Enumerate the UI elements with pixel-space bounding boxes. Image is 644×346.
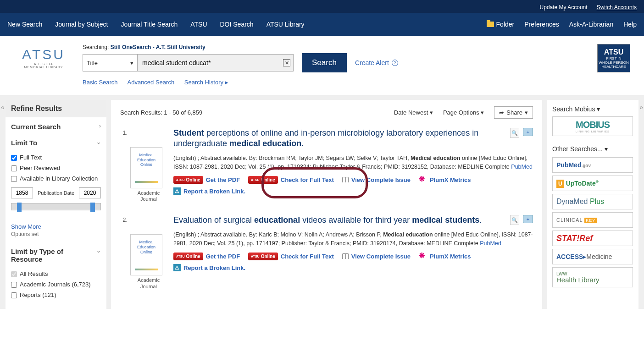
search-zone: ATSU A.T. STILL MEMORIAL LIBRARY Searchi… <box>0 36 644 95</box>
report-broken-link[interactable]: ⚠Report a Broken Link. <box>173 187 245 195</box>
basic-search-link[interactable]: Basic Search <box>83 79 118 86</box>
share-button[interactable]: ➦Share ▾ <box>494 106 533 119</box>
pub-date-slider[interactable] <box>11 203 101 210</box>
atsu-badge[interactable]: ATSU FIRST INWHOLE PERSONHEALTHCARE <box>597 44 630 72</box>
search-field-select[interactable]: Title ▾ <box>83 54 138 71</box>
result-meta: (English) ; Abstract available. By: Broc… <box>173 154 533 171</box>
help-icon[interactable]: ? <box>392 60 398 66</box>
switch-accounts-link[interactable]: Switch Accounts <box>597 4 637 11</box>
nav-new-search[interactable]: New Search <box>7 21 42 28</box>
check-full-text-link[interactable]: ATSU OnlineCheck for Full Text <box>248 176 334 184</box>
clear-search-icon[interactable]: ✕ <box>283 59 290 66</box>
nav-folder[interactable]: Folder <box>487 21 515 28</box>
search-mode-links: Basic Search Advanced Search Search Hist… <box>83 79 588 86</box>
lww-health-library-link[interactable]: LWW Health Library <box>552 267 633 287</box>
pub-date-to[interactable] <box>79 187 101 198</box>
update-account-link[interactable]: Update My Account <box>540 4 588 11</box>
preview-icon[interactable]: 🔍 <box>510 128 519 138</box>
nav-help[interactable]: Help <box>623 21 637 28</box>
nav-journal-title[interactable]: Journal Title Search <box>121 21 178 28</box>
sort-dropdown[interactable]: Date Newest ▾ <box>394 109 433 116</box>
nav-doi-search[interactable]: DOI Search <box>220 21 254 28</box>
accessmedicine-db-link[interactable]: ACCESS▸Medicine <box>552 249 633 264</box>
other-searches-header[interactable]: Other Searches... ▾ <box>552 145 633 153</box>
refine-header: Refine Results <box>6 100 106 117</box>
result-thumbnail[interactable]: Medical Education Online <box>130 234 162 275</box>
search-input-wrapper: ✕ <box>138 54 294 71</box>
add-to-folder-icon[interactable]: + <box>523 215 533 223</box>
pub-date-label: Publication Date <box>36 190 76 196</box>
searching-label: Searching: Still OneSearch - A.T. Still … <box>83 44 588 50</box>
advanced-search-link[interactable]: Advanced Search <box>128 79 175 86</box>
result-title-link[interactable]: Student perceptions of online and in-per… <box>173 128 533 149</box>
results-panel: Search Results: 1 - 50 of 6,859 Date New… <box>111 100 542 309</box>
nav-journal-subject[interactable]: Journal by Subject <box>55 21 108 28</box>
pubmed-link[interactable]: PubMed <box>511 164 533 170</box>
nav-preferences[interactable]: Preferences <box>524 21 559 28</box>
chevron-down-icon: ⌄ <box>96 247 101 263</box>
plumx-metrics-link[interactable]: PlumX Metrics <box>419 252 471 260</box>
search-button[interactable]: Search <box>302 53 347 72</box>
get-pdf-link[interactable]: ATSU OnlineGet the PDF <box>173 253 240 260</box>
plumx-metrics-link[interactable]: PlumX Metrics <box>419 176 471 184</box>
get-pdf-link[interactable]: ATSU OnlineGet the PDF <box>173 176 240 184</box>
result-meta: (English) ; Abstract available. By: Kari… <box>173 231 533 248</box>
pub-date-from[interactable] <box>11 187 33 198</box>
view-complete-issue-link[interactable]: View Complete Issue <box>342 176 411 183</box>
statref-db-link[interactable]: STAT!Ref <box>552 231 633 246</box>
chevron-down-icon: ▾ <box>130 60 133 66</box>
collapse-left-icon[interactable]: « <box>1 104 5 111</box>
book-icon <box>342 253 349 259</box>
plumx-icon <box>419 252 427 260</box>
chevron-down-icon: ⌄ <box>96 139 101 147</box>
search-input[interactable] <box>142 55 279 71</box>
result-title-link[interactable]: Evaluation of surgical educational video… <box>173 215 533 225</box>
slider-handle-left[interactable] <box>17 203 22 212</box>
limiter-peer-reviewed[interactable]: Peer Reviewed <box>11 163 101 173</box>
mobius-link[interactable]: MOBIUS LINKING LIBRARIES <box>552 116 633 136</box>
options-set-label: Options set <box>11 231 101 237</box>
view-complete-issue-link[interactable]: View Complete Issue <box>342 253 411 260</box>
results-count: Search Results: 1 - 50 of 6,859 <box>120 109 394 116</box>
uptodate-db-link[interactable]: UUpToDate® <box>552 176 633 191</box>
chevron-right-icon: › <box>99 123 101 131</box>
limiter-full-text[interactable]: Full Text <box>11 152 101 163</box>
nav-atsu[interactable]: ATSU <box>190 21 207 28</box>
book-icon <box>342 177 349 182</box>
nav-ask-librarian[interactable]: Ask-A-Librarian <box>569 21 613 28</box>
atsu-logo[interactable]: ATSU A.T. STILL MEMORIAL LIBRARY <box>14 44 73 69</box>
source-type-label: Academic Journal <box>130 277 167 289</box>
type-reports[interactable]: Reports (121) <box>11 290 101 300</box>
collapse-right-icon[interactable]: » <box>639 104 643 111</box>
preview-icon[interactable]: 🔍 <box>510 215 519 225</box>
result-number: 1. <box>120 128 128 202</box>
limit-type-header[interactable]: Limit by Type of Resource⌄ <box>6 242 106 266</box>
search-mobius-header[interactable]: Search Mobius ▾ <box>552 105 633 113</box>
add-to-folder-icon[interactable]: + <box>523 128 533 136</box>
type-academic-journals[interactable]: Academic Journals (6,723) <box>11 279 101 290</box>
folder-icon <box>487 22 494 27</box>
show-more-link[interactable]: Show More <box>11 223 101 230</box>
source-type-label: Academic Journal <box>130 190 167 202</box>
check-full-text-link[interactable]: ATSU OnlineCheck for Full Text <box>248 253 334 260</box>
page-options-dropdown[interactable]: Page Options ▾ <box>443 109 484 116</box>
clinicalkey-db-link[interactable]: CLINICAL KEY <box>552 212 633 228</box>
account-strip: Update My Account Switch Accounts <box>0 0 644 13</box>
result-number: 2. <box>120 215 128 289</box>
nav-atsu-library[interactable]: ATSU Library <box>266 21 305 28</box>
current-search-header[interactable]: Current Search› <box>6 117 106 133</box>
search-history-link[interactable]: Search History ▸ <box>184 79 228 86</box>
plumx-icon <box>419 176 427 184</box>
refine-panel: « Refine Results Current Search› Limit T… <box>6 100 106 309</box>
limiter-library-collection[interactable]: Available in Library Collection <box>11 173 101 184</box>
result-thumbnail[interactable]: Medical Education Online <box>130 147 162 188</box>
dynamed-db-link[interactable]: DynaMed Plus <box>552 194 633 209</box>
slider-handle-right[interactable] <box>90 203 95 212</box>
report-broken-link[interactable]: ⚠Report a Broken Link. <box>173 264 245 271</box>
pubmed-link[interactable]: PubMed <box>480 240 501 247</box>
type-all-results[interactable]: All Results <box>11 269 101 279</box>
result-item: 🔍 + 2. Medical Education Online Academic… <box>120 215 533 289</box>
create-alert-link[interactable]: Create Alert ? <box>355 59 398 66</box>
pubmed-db-link[interactable]: PubMed.gov <box>552 157 633 173</box>
limit-to-header[interactable]: Limit To⌄ <box>6 133 106 149</box>
